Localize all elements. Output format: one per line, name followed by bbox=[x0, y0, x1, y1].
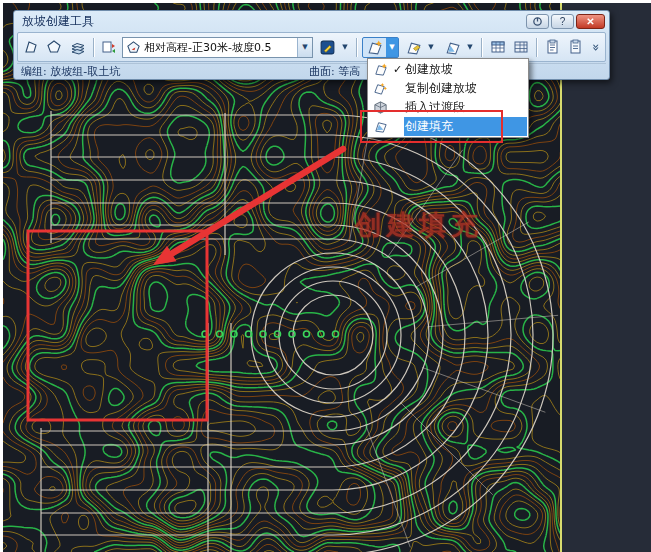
grading-polygon-icon bbox=[23, 39, 39, 55]
menu-item-label: 创建放坡 bbox=[404, 61, 453, 78]
layers-icon bbox=[70, 39, 86, 55]
group-properties-button[interactable] bbox=[99, 37, 121, 58]
help-button[interactable]: ? bbox=[551, 14, 574, 29]
grading-criteria-combo[interactable]: 相对高程-正30米-坡度0.5 ▼ bbox=[122, 37, 313, 58]
edit-grading-icon bbox=[319, 39, 336, 56]
transition-dropdown-arrow-icon[interactable]: ▼ bbox=[425, 38, 437, 57]
create-grading-icon bbox=[373, 62, 388, 77]
check-icon: ✓ bbox=[391, 63, 404, 76]
criteria-combo-value: 相对高程-正30米-坡度0.5 bbox=[144, 40, 294, 55]
infill-dropdown-arrow-icon[interactable]: ▼ bbox=[464, 38, 476, 57]
pin-icon bbox=[532, 16, 543, 27]
window-title: 放坡创建工具 bbox=[22, 13, 526, 30]
menu-item-copy-create-grading[interactable]: 复制创建放坡 bbox=[369, 79, 527, 98]
help-icon: ? bbox=[560, 16, 566, 28]
toolbar-overflow-chevron-icon[interactable]: » bbox=[589, 40, 604, 54]
criteria-icon bbox=[126, 40, 141, 55]
edit-dropdown-arrow-icon[interactable]: ▼ bbox=[339, 38, 351, 57]
infill-split-button[interactable]: ▼ bbox=[440, 37, 477, 58]
create-grading-icon bbox=[366, 39, 383, 56]
transition-icon bbox=[405, 39, 422, 56]
toolbar-separator bbox=[536, 38, 538, 57]
infill-icon bbox=[444, 39, 461, 56]
titlebar-buttons: ? ✕ bbox=[526, 14, 605, 29]
edit-grading-split-button[interactable]: ▼ bbox=[315, 37, 352, 58]
create-grading-dropdown-menu: ✓ 创建放坡 复制创建放坡 插入过渡段 bbox=[367, 58, 529, 138]
create-infill-icon bbox=[373, 119, 388, 134]
surface-status-label: 曲面: 等高 bbox=[309, 64, 360, 80]
toolbar-separator bbox=[481, 38, 483, 57]
toolbar-separator bbox=[93, 38, 95, 57]
pentagon-icon bbox=[46, 39, 62, 55]
criteria-set-button[interactable] bbox=[67, 37, 89, 58]
group-status-label: 编组: 放坡组-取土坑 bbox=[21, 64, 120, 80]
create-grading-tool-button[interactable] bbox=[20, 37, 42, 58]
menu-item-create-infill[interactable]: 创建填充 bbox=[369, 117, 527, 136]
table-icon bbox=[490, 39, 506, 55]
menu-item-label: 复制创建放坡 bbox=[404, 80, 477, 97]
close-button[interactable]: ✕ bbox=[576, 14, 605, 29]
close-icon: ✕ bbox=[586, 16, 594, 28]
menu-item-label: 创建填充 bbox=[404, 118, 453, 135]
table-grid-icon bbox=[513, 39, 529, 55]
menu-item-create-grading[interactable]: ✓ 创建放坡 bbox=[369, 60, 527, 79]
volume-tools-button[interactable] bbox=[511, 37, 533, 58]
clipboard-icon bbox=[545, 39, 561, 55]
create-dropdown-arrow-icon[interactable]: ▼ bbox=[386, 38, 398, 57]
copy-criteria-button[interactable] bbox=[542, 37, 564, 58]
combo-dropdown-arrow-icon[interactable]: ▼ bbox=[297, 38, 312, 57]
grading-group-button[interactable] bbox=[44, 37, 66, 58]
paste-criteria-button[interactable] bbox=[566, 37, 588, 58]
titlebar[interactable]: 放坡创建工具 ? ✕ bbox=[14, 11, 609, 31]
create-grading-split-button[interactable]: ▼ bbox=[362, 37, 399, 58]
group-properties-icon bbox=[101, 39, 117, 55]
transition-split-button[interactable]: ▼ bbox=[401, 37, 438, 58]
toolbar-separator bbox=[356, 38, 358, 57]
clipboard-paste-icon bbox=[568, 39, 584, 55]
app-stage: 创建填充 放坡创建工具 ? ✕ bbox=[0, 0, 651, 552]
terrain-contour-map[interactable] bbox=[3, 3, 651, 552]
elevation-editor-button[interactable] bbox=[487, 37, 509, 58]
transition-prism-icon bbox=[373, 100, 388, 115]
menu-item-insert-transition[interactable]: 插入过渡段 bbox=[369, 98, 527, 117]
pin-button[interactable] bbox=[526, 14, 549, 29]
menu-item-label: 插入过渡段 bbox=[404, 99, 465, 116]
copy-create-grading-icon bbox=[373, 81, 388, 96]
